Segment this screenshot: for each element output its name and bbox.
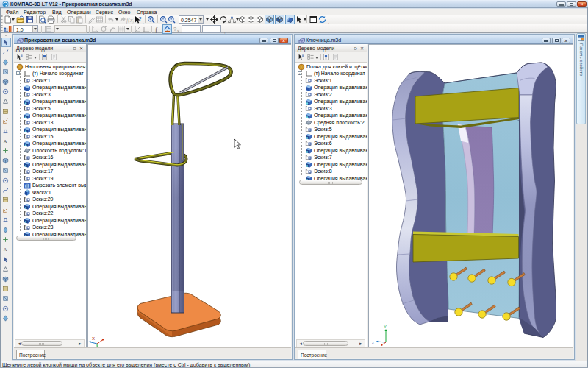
svg-text:z: z: [372, 340, 374, 344]
svg-text:A: A: [4, 247, 7, 252]
svg-text:X: X: [92, 336, 95, 341]
svg-text:?: ?: [173, 26, 176, 32]
svg-text:∫: ∫: [154, 26, 158, 34]
svg-text:?: ?: [139, 16, 142, 21]
svg-text:f(x): f(x): [126, 17, 134, 24]
svg-text:x: x: [177, 29, 179, 33]
svg-text:Y: Y: [384, 325, 387, 329]
svg-text:A: A: [4, 138, 7, 144]
